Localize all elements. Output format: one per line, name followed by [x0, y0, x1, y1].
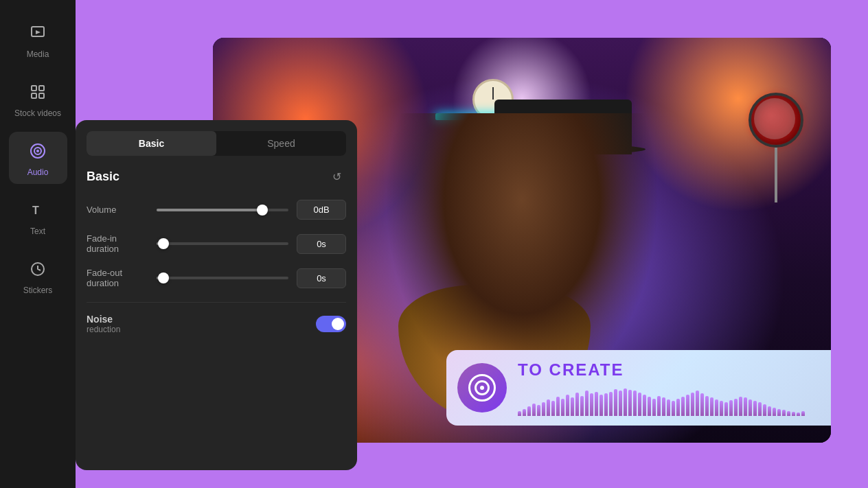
audio-content: TO CREATE [518, 360, 831, 416]
sidebar-item-audio[interactable]: Audio [9, 132, 67, 184]
fade-out-slider[interactable] [157, 277, 288, 279]
noise-label-group: Noise reduction [87, 314, 310, 334]
waveform-bar [729, 400, 733, 415]
waveform-bar [566, 395, 569, 416]
svg-text:T: T [32, 205, 39, 216]
waveform-bar [753, 401, 757, 415]
volume-slider[interactable] [157, 209, 288, 211]
sidebar-label-audio: Audio [27, 167, 49, 177]
waveform-bar [527, 406, 531, 416]
sidebar-label-text: Text [30, 226, 45, 236]
waveform-bar [575, 393, 579, 415]
waveform-bar [624, 388, 627, 416]
waveform-bar [792, 412, 795, 416]
volume-slider-thumb[interactable] [257, 205, 268, 216]
fade-in-slider[interactable] [157, 242, 288, 245]
noise-subtitle: reduction [87, 325, 310, 334]
waveform-bar [700, 393, 704, 415]
noise-reduction-row: Noise reduction [87, 314, 346, 334]
audio-panel: Basic Speed Basic ↺ Volume Fade-in durat… [76, 120, 357, 470]
mic-head [749, 93, 803, 148]
audio-card-title: TO CREATE [518, 360, 831, 380]
sidebar-item-media[interactable]: Media [9, 14, 67, 66]
waveform-bar [686, 395, 689, 416]
waveform-bar [556, 397, 560, 416]
waveform-bar [739, 397, 742, 416]
fade-in-slider-thumb[interactable] [158, 238, 169, 249]
fade-out-value-input[interactable] [297, 268, 346, 288]
svg-marker-1 [36, 30, 41, 34]
sidebar-item-text[interactable]: T Text [9, 191, 67, 243]
waveform-bar [801, 411, 805, 416]
volume-value-input[interactable] [297, 200, 346, 220]
waveform-bar [590, 393, 593, 415]
waveform-bar [744, 397, 747, 416]
sidebar-item-stock-videos[interactable]: Stock videos [9, 73, 67, 125]
waveform-bar [547, 399, 550, 415]
waveform-bar [657, 396, 661, 416]
svg-rect-5 [39, 93, 44, 98]
fade-out-label: Fade-out duration [87, 268, 148, 288]
waveform-bar [676, 399, 680, 416]
waveform-bar [633, 391, 637, 415]
waveform-bar [734, 399, 738, 416]
waveform-bar [797, 413, 800, 415]
waveform-bar [628, 390, 632, 416]
waveform-bar [681, 397, 685, 416]
reset-button[interactable]: ↺ [327, 167, 346, 186]
waveform-bar [537, 405, 540, 416]
fade-in-value-input[interactable] [297, 234, 346, 254]
waveform-bar [724, 402, 728, 415]
waveform-bar [580, 396, 584, 416]
noise-reduction-toggle[interactable] [316, 316, 346, 332]
fade-out-slider-thumb[interactable] [158, 272, 169, 283]
toggle-knob [332, 318, 344, 330]
waveform [518, 385, 831, 416]
section-header: Basic ↺ [87, 167, 346, 186]
stickers-icon [25, 257, 50, 281]
waveform-bar [763, 404, 766, 416]
waveform-bar [561, 399, 564, 416]
waveform-bar [773, 408, 776, 415]
waveform-bar [523, 409, 526, 416]
svg-rect-3 [39, 86, 44, 91]
volume-label: Volume [87, 205, 148, 215]
tab-bar: Basic Speed [87, 131, 346, 156]
tab-speed[interactable]: Speed [216, 131, 346, 156]
sidebar-label-stickers: Stickers [23, 286, 53, 295]
waveform-bar [662, 397, 665, 416]
sidebar-item-stickers[interactable]: Stickers [9, 250, 67, 302]
waveform-bar [604, 393, 608, 415]
waveform-bar [758, 402, 762, 415]
waveform-bar [691, 393, 694, 415]
music-icon [25, 139, 50, 163]
sidebar-label-media: Media [27, 49, 49, 59]
waveform-bar [787, 411, 790, 416]
microphone [749, 93, 803, 202]
text-icon: T [25, 198, 50, 222]
tab-basic[interactable]: Basic [87, 131, 216, 156]
waveform-bar [720, 401, 723, 415]
svg-rect-2 [32, 86, 36, 91]
waveform-bar [652, 399, 656, 416]
waveform-bar [710, 397, 713, 416]
waveform-bar [705, 396, 709, 416]
waveform-bar [768, 406, 771, 416]
waveform-bar [518, 411, 521, 416]
waveform-bar [782, 410, 786, 415]
waveform-bar [667, 399, 670, 415]
divider [87, 302, 346, 303]
mic-stand [775, 148, 777, 202]
waveform-bar [532, 404, 536, 416]
waveform-bar [777, 409, 781, 416]
fade-out-control-row: Fade-out duration [87, 268, 346, 288]
volume-control-row: Volume [87, 200, 346, 220]
waveform-bar [599, 395, 603, 416]
waveform-bar [672, 401, 675, 415]
grid-icon [25, 80, 50, 104]
waveform-bar [619, 391, 622, 415]
waveform-bar [643, 395, 646, 416]
svg-point-8 [36, 150, 39, 152]
waveform-bar [614, 389, 617, 416]
play-icon [25, 21, 50, 45]
